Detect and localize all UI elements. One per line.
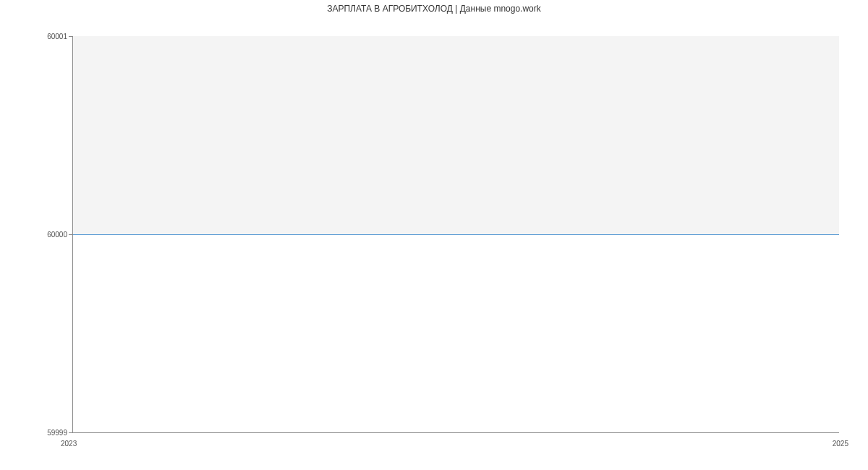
x-axis	[72, 432, 839, 433]
chart-container: ЗАРПЛАТА В АГРОБИТХОЛОД | Данные mnogo.w…	[0, 0, 868, 470]
data-line	[72, 234, 839, 235]
y-tick	[69, 36, 72, 37]
y-tick	[69, 234, 72, 235]
y-tick-label: 60000	[9, 231, 67, 239]
x-tick-label: 2023	[61, 440, 77, 448]
y-tick	[69, 432, 72, 433]
y-tick-label: 59999	[9, 429, 67, 437]
y-axis	[72, 36, 73, 432]
x-tick-label: 2025	[833, 440, 848, 448]
y-tick-label: 60001	[9, 33, 67, 40]
plot-area	[72, 36, 839, 432]
area-fill	[72, 36, 839, 234]
chart-title: ЗАРПЛАТА В АГРОБИТХОЛОД | Данные mnogo.w…	[0, 0, 868, 14]
